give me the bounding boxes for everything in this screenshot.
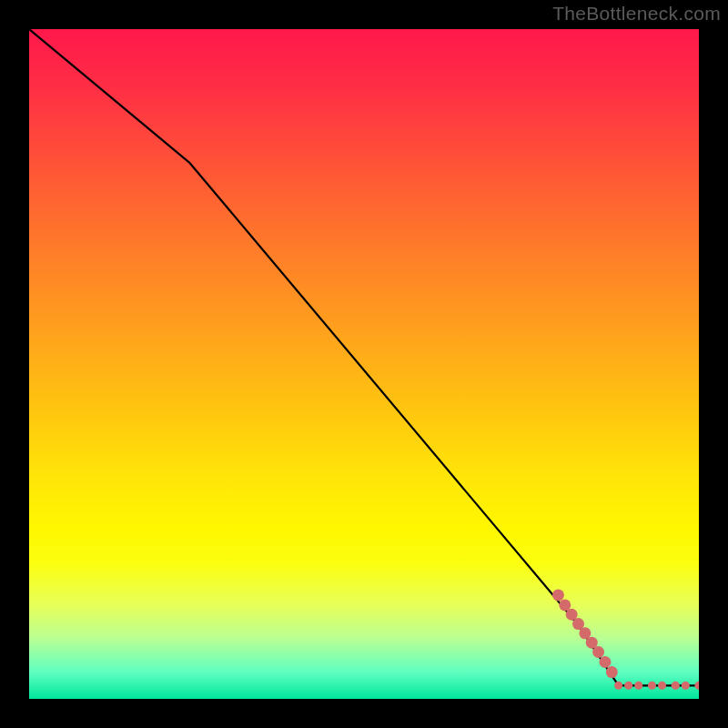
plot-area	[29, 29, 699, 699]
data-marker	[592, 646, 604, 658]
data-marker	[648, 682, 656, 690]
curve-layer	[29, 29, 699, 685]
chart-svg	[29, 29, 699, 699]
data-marker	[695, 682, 700, 690]
data-marker	[624, 682, 632, 690]
bottleneck-curve	[29, 29, 699, 685]
data-marker	[599, 656, 611, 668]
data-marker	[682, 682, 690, 690]
data-marker	[614, 682, 622, 690]
watermark-text: TheBottleneck.com	[552, 3, 721, 25]
data-marker	[634, 682, 642, 690]
data-marker	[672, 682, 680, 690]
data-marker	[606, 666, 618, 678]
data-marker	[658, 682, 666, 690]
data-marker	[552, 589, 564, 601]
markers-layer	[552, 589, 699, 689]
chart-frame: TheBottleneck.com	[0, 0, 728, 728]
